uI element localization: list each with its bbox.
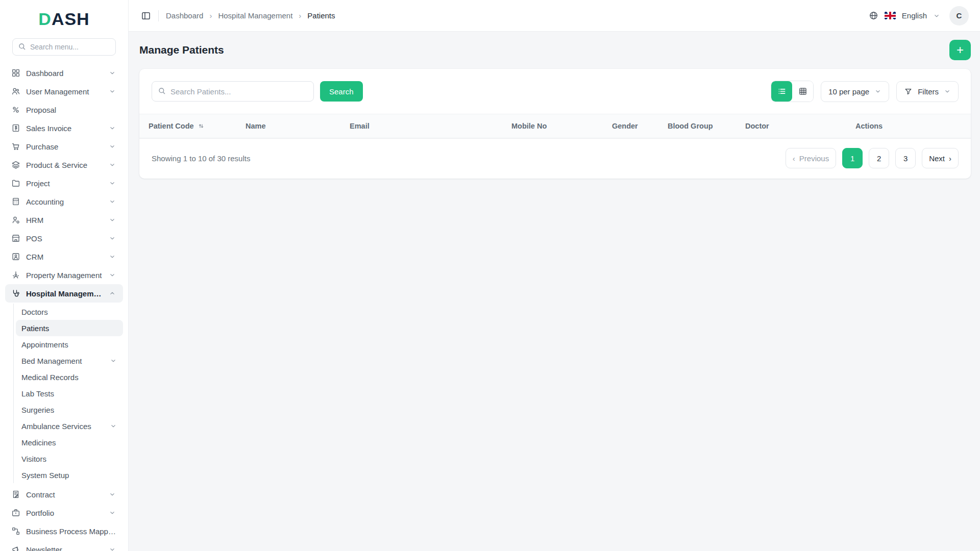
filter-icon — [904, 87, 913, 96]
sidebar-item-user-management[interactable]: User Management — [5, 82, 123, 101]
patients-table: Patient CodeNameEmailMobile NoGenderBloo… — [139, 114, 971, 138]
breadcrumb-dashboard[interactable]: Dashboard — [166, 11, 203, 20]
page-button-2[interactable]: 2 — [869, 148, 889, 168]
chevron-down-icon — [944, 88, 951, 95]
column-header-doctor: Doctor — [737, 114, 847, 138]
layers-icon — [11, 160, 20, 169]
sidebar-nav: DashboardUser ManagementProposalSales In… — [0, 64, 128, 551]
sidebar-subitem-ambulance-services[interactable]: Ambulance Services — [16, 418, 123, 434]
sidebar-item-label: Business Process Mappings — [26, 527, 116, 536]
patients-search-input[interactable] — [152, 81, 314, 102]
title-row: Manage Patients + — [139, 40, 971, 60]
sidebar-item-proposal[interactable]: Proposal — [5, 101, 123, 119]
sidebar-item-label: Proposal — [26, 106, 116, 114]
sidebar-subitem-label: Patients — [21, 324, 117, 333]
patients-search — [152, 81, 314, 102]
sidebar-item-product-and-service[interactable]: Product & Service — [5, 156, 123, 174]
cart-icon — [11, 142, 20, 151]
patients-card: Search 10 per page Filters — [139, 69, 971, 179]
sidebar-item-label: Project — [26, 179, 103, 188]
portfolio-icon — [11, 508, 20, 517]
sidebar-item-newsletter[interactable]: Newsletter — [5, 540, 123, 551]
sidebar-item-label: Product & Service — [26, 161, 103, 169]
filters-button[interactable]: Filters — [896, 81, 959, 102]
table-header: Patient CodeNameEmailMobile NoGenderBloo… — [139, 114, 971, 138]
sidebar-subitem-visitors[interactable]: Visitors — [16, 450, 123, 467]
sidebar-search-input[interactable] — [12, 38, 116, 56]
sidebar-item-business-process-mappings[interactable]: Business Process Mappings — [5, 522, 123, 540]
property-icon — [11, 270, 20, 280]
chevron-down-icon — [933, 12, 940, 19]
plus-icon: + — [957, 44, 964, 56]
sidebar-item-crm[interactable]: CRM — [5, 247, 123, 266]
sidebar-subitem-doctors[interactable]: Doctors — [16, 304, 123, 320]
search-icon — [18, 42, 26, 51]
sidebar-subitem-bed-management[interactable]: Bed Management — [16, 353, 123, 369]
grid-view-button[interactable] — [792, 81, 813, 102]
sidebar-item-sales-invoice[interactable]: Sales Invoice — [5, 119, 123, 137]
sidebar-subitem-system-setup[interactable]: System Setup — [16, 467, 123, 483]
sidebar-toggle-icon[interactable] — [141, 11, 151, 21]
results-summary: Showing 1 to 10 of 30 results — [152, 154, 250, 163]
chevron-down-icon — [109, 198, 116, 205]
chevron-down-icon — [109, 69, 116, 77]
hospital-management-submenu: DoctorsPatientsAppointmentsBed Managemen… — [13, 304, 123, 483]
sidebar-item-label: User Management — [26, 87, 103, 96]
chevron-down-icon — [110, 422, 117, 430]
page-content: Manage Patients + Search 10 per page — [129, 32, 980, 551]
column-label: Doctor — [745, 122, 769, 130]
pos-icon — [11, 234, 20, 243]
page-title: Manage Patients — [139, 44, 224, 56]
sidebar-subitem-medicines[interactable]: Medicines — [16, 434, 123, 450]
sidebar-subitem-medical-records[interactable]: Medical Records — [16, 369, 123, 385]
sidebar-item-portfolio[interactable]: Portfolio — [5, 504, 123, 522]
page-button-1[interactable]: 1 — [842, 148, 863, 168]
contract-icon — [11, 490, 20, 499]
crm-icon — [11, 252, 20, 261]
chevron-right-icon: › — [949, 154, 951, 163]
sidebar-subitem-appointments[interactable]: Appointments — [16, 336, 123, 353]
page-button-3[interactable]: 3 — [895, 148, 916, 168]
view-toggle — [771, 81, 814, 102]
add-patient-button[interactable]: + — [949, 40, 971, 60]
chevron-down-icon — [110, 357, 117, 364]
globe-icon[interactable] — [869, 11, 878, 20]
sidebar-item-project[interactable]: Project — [5, 174, 123, 192]
sidebar-item-contract[interactable]: Contract — [5, 485, 123, 504]
sidebar-subitem-lab-tests[interactable]: Lab Tests — [16, 385, 123, 402]
list-view-button[interactable] — [771, 81, 792, 102]
per-page-select[interactable]: 10 per page — [821, 81, 889, 102]
search-button[interactable]: Search — [320, 81, 363, 102]
list-icon — [777, 87, 787, 96]
previous-page-button[interactable]: ‹ Previous — [786, 148, 836, 168]
pagination: ‹ Previous 123 Next › — [786, 148, 959, 168]
previous-label: Previous — [799, 154, 829, 163]
column-header-patient-code: Patient Code — [139, 114, 237, 138]
process-icon — [11, 527, 20, 536]
sidebar-subitem-patients[interactable]: Patients — [16, 320, 123, 336]
breadcrumb: Dashboard › Hospital Management › Patien… — [166, 11, 335, 20]
hrm-icon — [11, 215, 20, 224]
sidebar-subitem-label: Bed Management — [21, 357, 105, 365]
sort-icon[interactable] — [197, 122, 205, 130]
sidebar-item-pos[interactable]: POS — [5, 229, 123, 247]
language-selector[interactable]: English — [902, 11, 927, 20]
sidebar-item-purchase[interactable]: Purchase — [5, 137, 123, 156]
brand-logo: DASH — [0, 0, 128, 36]
next-page-button[interactable]: Next › — [922, 148, 959, 168]
user-avatar[interactable]: C — [949, 6, 969, 26]
breadcrumb-hospital-management[interactable]: Hospital Management — [218, 11, 292, 20]
sidebar-subitem-surgeries[interactable]: Surgeries — [16, 402, 123, 418]
column-label: Gender — [612, 122, 638, 130]
sidebar-search — [12, 38, 116, 56]
sidebar-item-accounting[interactable]: Accounting — [5, 192, 123, 211]
sidebar-item-label: Contract — [26, 490, 103, 499]
sidebar-item-property-management[interactable]: Property Management — [5, 266, 123, 284]
proposal-icon — [11, 105, 20, 114]
sidebar-item-dashboard[interactable]: Dashboard — [5, 64, 123, 82]
sidebar-item-hrm[interactable]: HRM — [5, 211, 123, 229]
sidebar-item-hospital-management[interactable]: Hospital Management — [5, 284, 123, 303]
sidebar-item-label: HRM — [26, 216, 103, 224]
sidebar-subitem-label: Doctors — [21, 308, 117, 316]
column-label: Email — [350, 122, 370, 130]
